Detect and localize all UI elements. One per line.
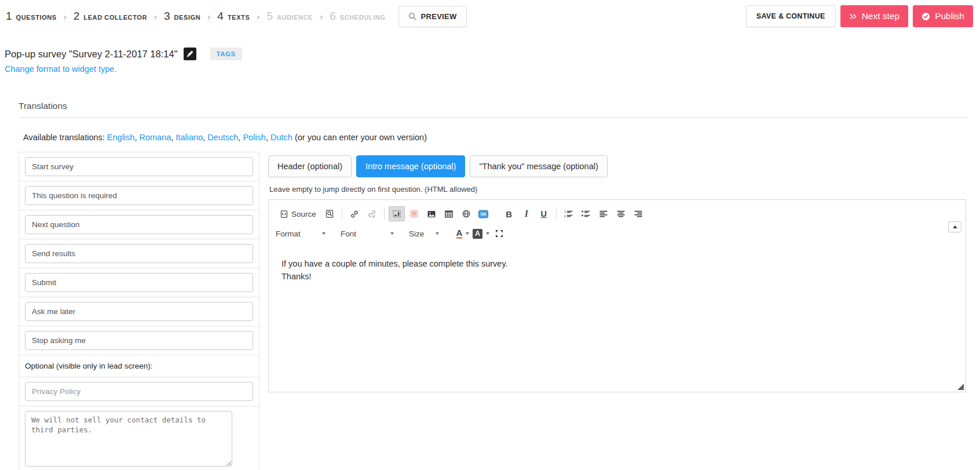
ok-button-widget[interactable]: OK xyxy=(476,206,492,221)
table-button[interactable] xyxy=(441,206,457,221)
step-design[interactable]: 3 DESIGN xyxy=(164,10,200,23)
publish-button[interactable]: Publish xyxy=(913,5,973,27)
ok-button-icon: OK xyxy=(478,210,488,218)
question-required-input[interactable] xyxy=(25,186,253,205)
lang-link-italiano[interactable]: Italiano xyxy=(175,133,203,142)
privacy-policy-input[interactable] xyxy=(25,382,253,401)
show-blocks-icon xyxy=(393,210,401,218)
align-left-button[interactable] xyxy=(595,206,612,221)
step-scheduling[interactable]: 6 SCHEDULING xyxy=(330,10,385,23)
format-label: Format xyxy=(276,229,301,238)
next-step-button[interactable]: Next step xyxy=(840,5,908,27)
bulleted-list-button[interactable] xyxy=(578,206,594,221)
lang-link-deutsch[interactable]: Deutsch xyxy=(207,133,238,142)
edit-title-icon[interactable] xyxy=(184,48,196,60)
lang-link-polish[interactable]: Polish xyxy=(243,133,266,142)
step-number: 6 xyxy=(330,10,336,23)
table-icon xyxy=(445,210,453,218)
toolbar-separator xyxy=(384,209,385,220)
unlink-button[interactable] xyxy=(364,206,380,221)
bg-color-icon: A xyxy=(473,229,482,239)
bold-button[interactable]: B xyxy=(501,206,517,221)
step-label: SCHEDULING xyxy=(340,14,386,21)
editor-line: Thanks! xyxy=(281,270,953,283)
svg-text:OK: OK xyxy=(481,212,487,216)
align-right-button[interactable] xyxy=(630,206,646,221)
field-row xyxy=(19,239,259,268)
privacy-note-textarea[interactable] xyxy=(25,411,232,467)
step-texts[interactable]: 4 TEXTS xyxy=(217,10,250,23)
placeholder-button[interactable] xyxy=(406,206,422,221)
source-button[interactable]: Source xyxy=(276,206,320,221)
resize-grip[interactable] xyxy=(957,384,964,390)
size-label: Size xyxy=(409,229,424,238)
step-number: 5 xyxy=(266,10,273,23)
ask-me-later-input[interactable] xyxy=(25,302,253,321)
field-row xyxy=(19,326,259,355)
preview-button[interactable]: PREVIEW xyxy=(398,6,467,27)
numbered-list-button[interactable]: 12 xyxy=(561,206,577,221)
bold-icon: B xyxy=(506,209,512,219)
page-title: Pop-up survey "Survey 2-11-2017 18:14" xyxy=(5,49,178,60)
link-button[interactable] xyxy=(346,206,363,221)
chevron-right-icon: › xyxy=(320,12,323,21)
change-format-link[interactable]: Change format to widget type. xyxy=(5,64,116,74)
send-results-input[interactable] xyxy=(25,244,253,263)
numbered-list-icon: 12 xyxy=(564,210,573,218)
top-bar: 1 QUESTIONS › 2 LEAD COLLECTOR › 3 DESIG… xyxy=(0,0,980,32)
comma: , xyxy=(238,133,240,142)
lang-link-english[interactable]: English xyxy=(107,133,135,142)
title-block: Pop-up survey "Survey 2-11-2017 18:14" T… xyxy=(5,48,980,74)
step-number: 4 xyxy=(217,10,224,23)
tags-button[interactable]: TAGS xyxy=(210,48,242,60)
editor-content[interactable]: If you have a couple of minutes, please … xyxy=(269,243,966,385)
maximize-button[interactable] xyxy=(491,226,507,241)
collapse-toolbar-button[interactable] xyxy=(948,221,961,232)
size-dropdown[interactable]: Size xyxy=(409,229,439,238)
step-lead-collector[interactable]: 2 LEAD COLLECTOR xyxy=(74,10,147,23)
magnifier-icon xyxy=(408,12,417,21)
toolbar-separator xyxy=(556,209,557,220)
message-tabs: Header (optional) Intro message (optiona… xyxy=(268,155,966,177)
available-suffix: (or you can enter your own version) xyxy=(295,133,427,142)
comma: , xyxy=(171,133,173,142)
save-continue-button[interactable]: SAVE & CONTINUE xyxy=(746,5,836,27)
chevron-right-icon: › xyxy=(257,12,259,21)
step-audience[interactable]: 5 AUDIENCE xyxy=(266,10,313,23)
align-center-button[interactable] xyxy=(613,206,629,221)
lang-link-romana[interactable]: Romana xyxy=(139,133,171,142)
tab-header-optional[interactable]: Header (optional) xyxy=(268,155,352,177)
underline-button[interactable]: U xyxy=(536,206,552,221)
text-color-button[interactable]: A xyxy=(455,226,471,241)
start-survey-input[interactable] xyxy=(25,157,253,176)
svg-text:2: 2 xyxy=(564,214,566,218)
stop-asking-me-input[interactable] xyxy=(25,331,253,350)
editor-hint: Leave empty to jump directly on first qu… xyxy=(269,185,966,194)
field-row xyxy=(19,210,259,239)
italic-button[interactable]: I xyxy=(518,206,535,221)
publish-label: Publish xyxy=(935,11,964,21)
font-dropdown[interactable]: Font xyxy=(341,229,394,238)
step-label: DESIGN xyxy=(174,14,201,21)
image-button[interactable] xyxy=(423,206,440,221)
next-question-input[interactable] xyxy=(25,215,253,234)
format-dropdown[interactable]: Format xyxy=(276,229,326,238)
step-number: 2 xyxy=(74,10,80,23)
step-questions[interactable]: 1 QUESTIONS xyxy=(6,10,57,23)
unlink-icon xyxy=(368,210,376,218)
available-translations-line: Available translations: English, Romana,… xyxy=(23,133,966,142)
underline-icon: U xyxy=(541,209,547,218)
rich-text-editor: Source xyxy=(268,199,966,392)
preview-button-toolbar[interactable] xyxy=(321,206,338,221)
globe-button[interactable] xyxy=(458,206,474,221)
submit-input[interactable] xyxy=(25,273,253,292)
chevron-right-icon: › xyxy=(64,12,67,21)
lang-link-dutch[interactable]: Dutch xyxy=(270,133,292,142)
translations-main-row: Optional (visible only in lead screen): … xyxy=(19,152,966,470)
background-color-button[interactable]: A xyxy=(472,226,490,241)
tab-thank-you-message[interactable]: "Thank you" message (optional) xyxy=(470,155,607,177)
step-label: QUESTIONS xyxy=(16,14,57,21)
tab-intro-message[interactable]: Intro message (optional) xyxy=(356,155,465,177)
show-blocks-button[interactable] xyxy=(389,206,405,221)
check-circle-icon xyxy=(922,12,930,21)
